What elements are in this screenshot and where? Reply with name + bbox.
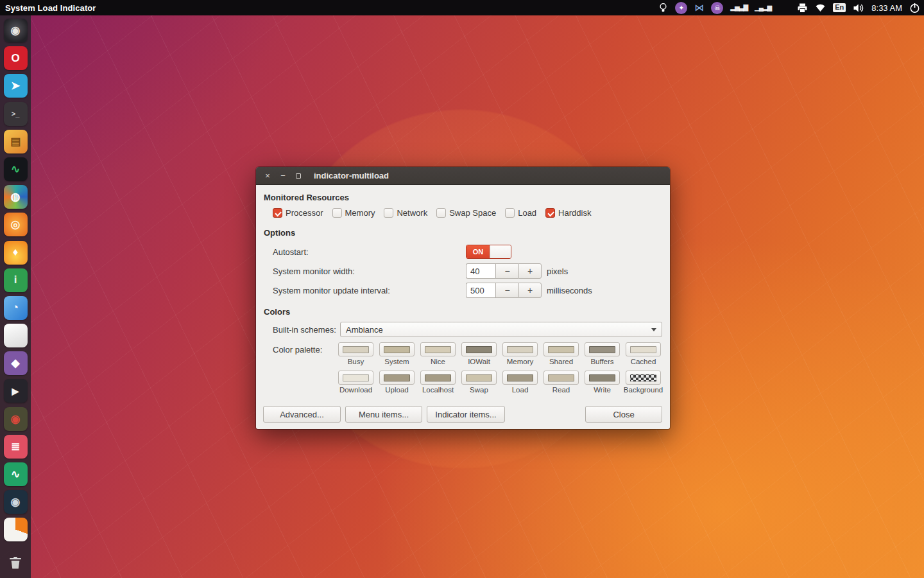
launcher-item-browser[interactable]: ◍ — [4, 185, 28, 209]
top-panel: System Load Indicator ✦ ⋈ ☠ ▂▅▃▇ ▁▄▂▆ En… — [0, 0, 924, 15]
blue-app-icon: ◔ — [12, 301, 19, 314]
minimize-window-button[interactable]: − — [278, 171, 288, 181]
section-monitored-resources: Monitored Resources — [264, 193, 662, 202]
color-palette-row: Color palette: Busy System Nice IOWait — [273, 342, 662, 394]
color-swatch-write[interactable] — [585, 371, 620, 385]
launcher-item-pink-app[interactable]: ≣ — [4, 435, 28, 459]
width-increment-button[interactable]: + — [518, 263, 542, 279]
monitor-width-label: System monitor width: — [273, 267, 466, 276]
launcher-item-opera[interactable]: O — [4, 46, 28, 70]
launcher-item-blue-app[interactable]: ◔ — [4, 296, 28, 320]
background-color-chip — [630, 374, 656, 381]
launcher-item-files[interactable]: ▤ — [4, 130, 28, 153]
purple-indicator-icon[interactable]: ✦ — [675, 2, 687, 14]
color-swatch-shared[interactable] — [543, 342, 579, 356]
monitor-width-spinner: − + — [466, 263, 542, 279]
swap-color-chip — [466, 374, 492, 381]
autostart-row: Autostart: ON — [273, 244, 662, 259]
maximize-window-button[interactable] — [293, 171, 304, 181]
swatch-cell-iowait: IOWait — [461, 342, 497, 365]
color-swatch-read[interactable] — [543, 371, 579, 385]
swatch-label: Load — [512, 386, 529, 394]
width-unit-label: pixels — [547, 267, 568, 276]
trash-icon — [10, 557, 21, 569]
autostart-toggle[interactable]: ON — [466, 245, 511, 259]
launcher-item-dash-home[interactable]: ◉ — [4, 19, 28, 42]
network-checkbox-icon — [384, 208, 393, 218]
swap-label: Swap Space — [449, 208, 496, 218]
launcher-item-media-player[interactable]: ▶ — [4, 379, 28, 403]
launcher-item-flame-app[interactable]: ♦ — [4, 241, 28, 265]
checkbox-network[interactable]: Network — [384, 208, 427, 218]
close-window-button[interactable]: × — [262, 171, 273, 181]
disk-graph-icon[interactable]: ▁▄▂▆ — [755, 4, 771, 11]
launcher-item-telegram[interactable]: ➤ — [4, 74, 28, 98]
launcher-item-purple-app[interactable]: ◆ — [4, 351, 28, 375]
close-button[interactable]: Close — [585, 406, 662, 423]
swatch-label: Upload — [385, 386, 408, 394]
interval-increment-button[interactable]: + — [518, 283, 542, 298]
music-app-icon: ◎ — [11, 218, 21, 231]
pink-app-icon: ≣ — [11, 440, 20, 453]
color-swatch-system[interactable] — [379, 342, 415, 356]
color-swatch-busy[interactable] — [338, 342, 373, 356]
color-swatch-memory[interactable] — [502, 342, 538, 356]
clock[interactable]: 8:33 AM — [871, 3, 902, 13]
update-interval-spinner: − + — [466, 283, 542, 298]
busy-color-chip — [343, 346, 369, 353]
monitor-width-input[interactable] — [466, 263, 495, 279]
lightbulb-icon[interactable] — [658, 3, 668, 13]
launcher-item-trash[interactable] — [4, 550, 28, 575]
memory-label: Memory — [345, 208, 375, 218]
session-power-icon[interactable] — [909, 3, 920, 13]
window-titlebar[interactable]: × − indicator-multiload — [256, 167, 670, 185]
color-swatch-swap[interactable] — [461, 371, 497, 385]
color-swatch-upload[interactable] — [379, 371, 415, 385]
launcher-item-music-app[interactable]: ◎ — [4, 213, 28, 236]
color-swatch-localhost[interactable] — [420, 371, 456, 385]
keyboard-layout-indicator[interactable]: En — [833, 3, 846, 12]
checkbox-memory[interactable]: Memory — [332, 208, 375, 218]
menu-items-button[interactable]: Menu items... — [345, 406, 422, 423]
launcher-item-olive-app[interactable]: ◉ — [4, 407, 28, 431]
launcher-item-health-monitor[interactable]: ∿ — [4, 462, 28, 486]
checkbox-swap-space[interactable]: Swap Space — [436, 208, 496, 218]
checkbox-harddisk[interactable]: Harddisk — [545, 208, 591, 218]
shared-color-chip — [548, 346, 574, 353]
swatch-label: Cached — [631, 358, 656, 365]
color-swatch-iowait[interactable] — [461, 342, 497, 356]
cpu-graph-icon[interactable]: ▂▅▃▇ — [730, 4, 748, 11]
chevron-down-icon — [651, 328, 656, 331]
launcher-item-info-app[interactable]: i — [4, 268, 28, 292]
launcher-item-terminal[interactable]: >_ — [4, 102, 28, 126]
purple-indicator-2-icon[interactable]: ☠ — [711, 2, 723, 14]
launcher-item-white-app[interactable] — [4, 324, 28, 347]
network-label: Network — [397, 208, 427, 218]
info-app-icon: i — [14, 274, 17, 286]
swatch-label: System — [384, 358, 409, 365]
advanced-button[interactable]: Advanced... — [263, 406, 341, 423]
builtin-schemes-dropdown[interactable]: Ambiance — [340, 322, 662, 337]
checkbox-processor[interactable]: Processor — [273, 208, 323, 218]
swatch-cell-download: Download — [338, 371, 373, 394]
color-swatch-download[interactable] — [338, 371, 373, 385]
launcher-item-usage-pie[interactable] — [4, 518, 28, 541]
volume-icon[interactable] — [853, 3, 864, 13]
download-color-chip — [343, 374, 369, 381]
color-swatch-load[interactable] — [502, 371, 538, 385]
launcher-item-system-monitor[interactable]: ∿ — [4, 157, 28, 181]
color-swatch-buffers[interactable] — [585, 342, 620, 356]
checkbox-load[interactable]: Load — [505, 208, 536, 218]
blue-indicator-icon[interactable]: ⋈ — [694, 2, 704, 13]
interval-decrement-button[interactable]: − — [495, 283, 518, 298]
width-decrement-button[interactable]: − — [495, 263, 518, 279]
printer-icon[interactable] — [797, 3, 808, 13]
color-swatch-cached[interactable] — [626, 342, 661, 356]
network-icon[interactable] — [815, 3, 826, 12]
launcher-item-steam[interactable]: ◉ — [4, 490, 28, 514]
indicator-items-button[interactable]: Indicator items... — [427, 406, 505, 423]
color-swatch-nice[interactable] — [420, 342, 456, 356]
system-monitor-icon: ∿ — [11, 162, 20, 176]
color-swatch-background[interactable] — [626, 371, 661, 385]
update-interval-input[interactable] — [466, 283, 495, 298]
